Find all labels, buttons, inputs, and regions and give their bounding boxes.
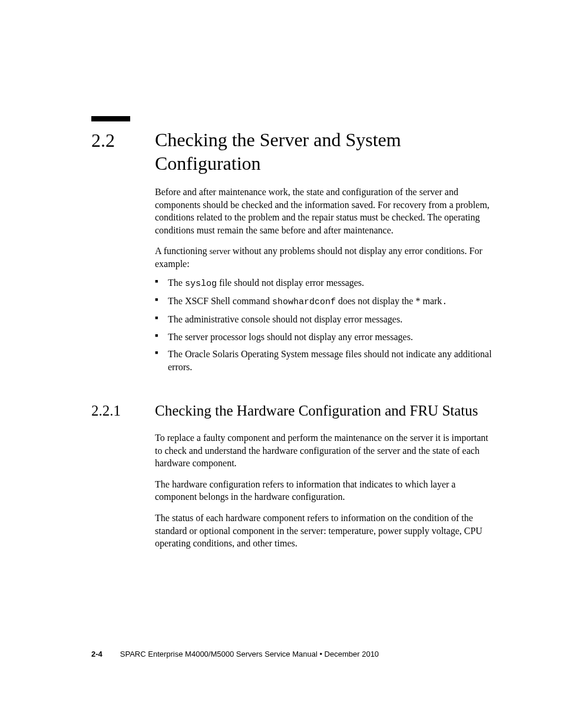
b2-mono: showhardconf	[272, 297, 336, 307]
para2-pre: A functioning	[155, 246, 209, 256]
page-number: 2-4	[91, 650, 103, 658]
section-body: Before and after maintenance work, the s…	[155, 186, 494, 373]
b1-pre: The	[168, 278, 185, 288]
para2-server: server	[209, 246, 230, 256]
b2-pre: The XSCF Shell command	[168, 296, 272, 306]
subsection-para-2: The hardware configuration refers to inf…	[155, 478, 494, 503]
page-footer: 2-4 SPARC Enterprise M4000/M5000 Servers…	[91, 650, 494, 658]
bullet-item: The XSCF Shell command showhardconf does…	[155, 295, 494, 308]
b1-mono: syslog	[185, 279, 217, 289]
b1-post: file should not display error messages.	[217, 278, 364, 288]
footer-text: SPARC Enterprise M4000/M5000 Servers Ser…	[120, 650, 379, 658]
section-heading: 2.2 Checking the Server and System Confi…	[91, 128, 494, 175]
bullet-item: The syslog file should not display error…	[155, 276, 494, 290]
bullet-item: The Oracle Solaris Operating System mess…	[155, 348, 494, 373]
section-para-2: A functioning server without any problem…	[155, 245, 494, 270]
section-para-1: Before and after maintenance work, the s…	[155, 186, 494, 236]
bullet-list: The syslog file should not display error…	[155, 276, 494, 374]
section-rule	[91, 116, 130, 121]
subsection-body: To replace a faulty component and perfor…	[155, 431, 494, 550]
b2-post: does not display the * mark	[336, 296, 442, 306]
subsection-title: Checking the Hardware Configuration and …	[155, 401, 494, 421]
subsection-para-3: The status of each hardware component re…	[155, 512, 494, 550]
section-number: 2.2	[91, 128, 127, 151]
subsection-heading: 2.2.1 Checking the Hardware Configuratio…	[91, 401, 494, 421]
section-title: Checking the Server and System Configura…	[155, 128, 494, 175]
subsection-number: 2.2.1	[91, 401, 130, 420]
subsection-para-1: To replace a faulty component and perfor…	[155, 431, 494, 470]
b2-dot: .	[442, 297, 447, 307]
bullet-item: The administrative console should not di…	[155, 313, 494, 326]
bullet-item: The server processor logs should not dis…	[155, 331, 494, 344]
page: 2.2 Checking the Server and System Confi…	[0, 0, 562, 728]
